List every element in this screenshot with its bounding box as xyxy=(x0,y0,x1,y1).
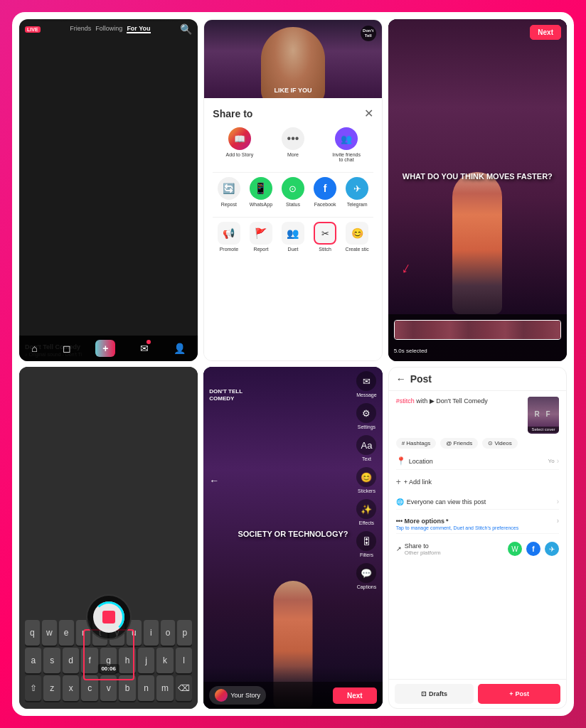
invite-friends-button[interactable]: 👥 Invite friends to chat xyxy=(331,127,361,162)
message-label: Message xyxy=(356,392,376,397)
stickers-action[interactable]: 😊 Stickers xyxy=(356,467,376,493)
filters-action[interactable]: 🎛 Filters xyxy=(356,531,376,557)
stitch-screen-bg: ← ✉ Message ⚙ Settings Aa Text xyxy=(203,367,382,709)
key-shift[interactable]: ⇧ xyxy=(25,675,41,701)
status-icon: ⊙ xyxy=(282,177,304,200)
inbox-icon-wrapper: ✉ xyxy=(140,342,149,355)
key-d[interactable]: d xyxy=(63,648,79,673)
dont-tell-badge: Don't Tell xyxy=(361,26,376,41)
facebook-share-icon[interactable]: f xyxy=(526,542,540,556)
key-backspace[interactable]: ⌫ xyxy=(176,675,192,701)
other-platform-label: Other platform xyxy=(405,550,441,556)
telegram-button[interactable]: ✈ Telegram xyxy=(342,177,372,207)
tags-row: # Hashtags @ Friends ⊙ Videos xyxy=(396,438,559,449)
duet-label: Duet xyxy=(288,247,299,252)
post-plus-icon: + xyxy=(509,690,513,697)
add-link-row[interactable]: + + Add link xyxy=(396,474,559,490)
next-video-preview: WHAT DO YOU THINK MOVES FASTER? ↓ xyxy=(388,19,567,314)
record-timer xyxy=(86,594,132,640)
filters-label: Filters xyxy=(360,552,373,557)
search-icon[interactable]: 🔍 xyxy=(180,23,192,35)
status-label: Status xyxy=(286,202,300,207)
message-action[interactable]: ✉ Message xyxy=(356,371,376,397)
location-row[interactable]: 📍 Location Yo › xyxy=(396,453,559,470)
stitch-next-button[interactable]: Next xyxy=(333,687,377,704)
telegram-icon: ✈ xyxy=(346,177,368,200)
create-sticker-button[interactable]: 😊 Create stic xyxy=(342,222,372,252)
more-button[interactable]: ••• More xyxy=(278,127,308,162)
more-options-row[interactable]: ••• More options * › Tap to manage comme… xyxy=(396,514,559,534)
report-button[interactable]: 🚩 Report xyxy=(246,222,276,252)
key-p[interactable]: p xyxy=(177,620,192,646)
more-options-arrow: › xyxy=(557,517,559,525)
add-link-icon: + xyxy=(396,477,401,487)
key-l[interactable]: l xyxy=(176,648,192,673)
key-e[interactable]: e xyxy=(59,620,74,646)
promote-label: Promote xyxy=(220,247,238,252)
discover-icon[interactable]: ◻ xyxy=(63,343,71,354)
caption-text[interactable]: #stitch with ▶ Don't Tell Comedy xyxy=(396,397,522,406)
key-k[interactable]: k xyxy=(156,648,173,673)
key-a[interactable]: a xyxy=(25,648,41,673)
key-n[interactable]: n xyxy=(138,675,154,701)
facebook-button[interactable]: f Facebook xyxy=(310,177,340,207)
profile-icon[interactable]: 👤 xyxy=(174,343,186,354)
cover-thumbnail[interactable]: R F Select cover xyxy=(528,397,559,434)
key-j[interactable]: j xyxy=(138,648,154,673)
settings-action[interactable]: ⚙ Settings xyxy=(356,403,376,429)
share-divider xyxy=(213,172,373,173)
more-options-label: ••• More options * › xyxy=(396,517,559,525)
whatsapp-share-icon[interactable]: W xyxy=(508,542,522,556)
friends-tag[interactable]: @ Friends xyxy=(440,438,478,449)
video-timeline[interactable] xyxy=(394,320,561,340)
effects-action[interactable]: ✨ Effects xyxy=(356,499,376,525)
next-person-figure xyxy=(452,172,502,314)
telegram-share-icon[interactable]: ✈ xyxy=(545,542,559,556)
key-w[interactable]: w xyxy=(42,620,57,646)
create-button[interactable]: + xyxy=(95,340,115,357)
key-o[interactable]: o xyxy=(161,620,176,646)
telegram-label: Telegram xyxy=(347,202,368,207)
key-m[interactable]: m xyxy=(156,675,173,701)
drafts-button[interactable]: ⊡ Drafts xyxy=(395,684,474,704)
post-button[interactable]: + Post xyxy=(478,684,560,704)
captions-action[interactable]: 💬 Captions xyxy=(356,563,376,589)
status-button[interactable]: ⊙ Status xyxy=(278,177,308,207)
duet-button[interactable]: 👥 Duet xyxy=(278,222,308,252)
tab-following[interactable]: Following xyxy=(95,25,122,33)
stitch-button[interactable]: ✂ Stitch xyxy=(310,222,340,252)
back-icon[interactable]: ← xyxy=(209,475,219,486)
your-story-label: Your Story xyxy=(230,692,260,699)
story-icon: 📖 xyxy=(228,127,251,150)
close-icon[interactable]: ✕ xyxy=(364,107,373,120)
promote-button[interactable]: 📢 Promote xyxy=(214,222,244,252)
timeline-thumbnails xyxy=(395,321,560,339)
progress-track xyxy=(93,601,124,633)
tab-for-you[interactable]: For You xyxy=(127,25,150,33)
tab-friends[interactable]: Friends xyxy=(70,25,91,33)
stitch-bottom-controls: Your Story Next xyxy=(209,686,376,705)
settings-icon: ⚙ xyxy=(356,403,376,423)
key-z[interactable]: z xyxy=(43,675,60,701)
privacy-row[interactable]: 🌐 Everyone can view this post › xyxy=(396,494,559,510)
post-back-icon[interactable]: ← xyxy=(396,373,406,385)
videos-tag[interactable]: ⊙ Videos xyxy=(482,438,518,449)
key-q[interactable]: q xyxy=(25,620,40,646)
add-to-story-button[interactable]: 📖 Add to Story xyxy=(225,127,255,162)
your-story-button[interactable]: Your Story xyxy=(209,686,266,705)
key-s[interactable]: s xyxy=(43,648,60,673)
cell-stitch-recording: ← ✉ Message ⚙ Settings Aa Text xyxy=(203,367,382,709)
key-x[interactable]: x xyxy=(63,675,79,701)
privacy-left: 🌐 Everyone can view this post xyxy=(396,498,486,505)
selected-duration-label: 5.0s selected xyxy=(394,348,427,354)
home-icon[interactable]: ⌂ xyxy=(31,343,37,354)
hashtags-tag[interactable]: # Hashtags xyxy=(396,438,436,449)
text-action[interactable]: Aa Text xyxy=(356,435,376,461)
key-i[interactable]: i xyxy=(144,620,159,646)
inbox-icon[interactable]: ✉ xyxy=(140,343,149,354)
cell-post-screen: ← Post #stitch with ▶ Don't Tell Comedy xyxy=(388,367,567,709)
next-button[interactable]: Next xyxy=(530,25,561,40)
location-label: 📍 Location xyxy=(396,456,433,466)
repost-button[interactable]: 🔄 Repost xyxy=(214,177,244,207)
whatsapp-button[interactable]: 📱 WhatsApp xyxy=(246,177,276,207)
